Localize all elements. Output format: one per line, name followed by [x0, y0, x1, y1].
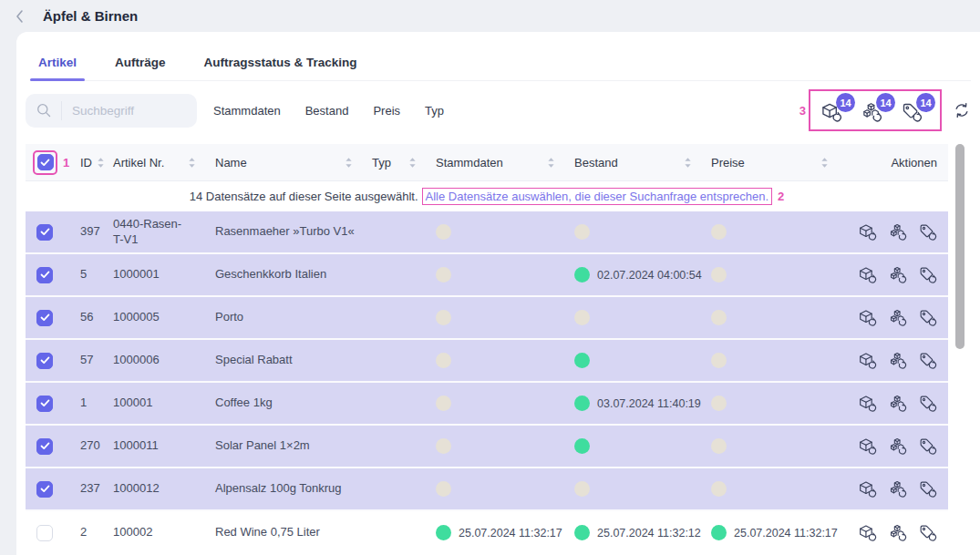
row-action-cube-sync[interactable]: [859, 266, 877, 284]
cell-bestand: 03.07.2024 11:40:19: [567, 396, 704, 411]
sort-icon[interactable]: [187, 156, 197, 170]
cell-id: 57: [73, 349, 106, 372]
row-checkbox[interactable]: [36, 481, 53, 498]
cell-preise: [704, 267, 841, 283]
sync-stammdaten-button[interactable]: 14: [821, 102, 842, 123]
sort-icon[interactable]: [546, 156, 556, 170]
sync-preise-button[interactable]: 14: [902, 102, 923, 123]
column-header-stammdaten[interactable]: Stammdaten: [428, 156, 567, 170]
sort-icon[interactable]: [96, 156, 106, 170]
row-checkbox[interactable]: [36, 438, 53, 455]
cell-stammdaten: [428, 310, 567, 325]
row-checkbox[interactable]: [36, 525, 53, 541]
row-action-cube-sync[interactable]: [859, 309, 877, 327]
cell-id: 2: [73, 521, 106, 544]
cell-stammdaten: [428, 481, 567, 497]
status-dot: [711, 481, 727, 497]
cell-aktionen: [841, 309, 948, 327]
table-row: 56 1000005 Porto: [26, 297, 948, 340]
column-header-typ[interactable]: Typ: [365, 156, 428, 170]
row-checkbox[interactable]: [36, 310, 53, 326]
search-box[interactable]: [26, 94, 197, 128]
cell-preise: [704, 481, 841, 497]
row-action-cubes-sync[interactable]: [889, 309, 907, 327]
row-action-cubes-sync[interactable]: [889, 395, 907, 413]
row-action-cubes-sync[interactable]: [889, 480, 907, 498]
count-badge: 14: [916, 93, 935, 112]
selection-notice-text: 14 Datensätze auf dieser Seite ausgewähl…: [190, 190, 418, 203]
cell-typ: [365, 443, 428, 450]
cell-aktionen: [841, 480, 948, 498]
content-card: ArtikelAufträgeAuftragsstatus & Tracking…: [16, 32, 980, 555]
row-action-tag-sync[interactable]: [919, 266, 937, 284]
sort-icon[interactable]: [344, 156, 354, 170]
cell-preise: [704, 353, 841, 368]
column-header-name[interactable]: Name: [208, 156, 365, 170]
tab-auftragsstatus-tracking[interactable]: Auftragsstatus & Tracking: [196, 54, 366, 80]
cell-artikel-nr: 100001: [106, 392, 208, 415]
select-all-checkbox[interactable]: [37, 154, 54, 170]
count-badge: 14: [836, 93, 855, 112]
scrollbar-thumb[interactable]: [955, 144, 965, 349]
row-action-cubes-sync[interactable]: [889, 266, 907, 284]
row-action-cube-sync[interactable]: [859, 395, 877, 413]
row-checkbox[interactable]: [36, 267, 53, 283]
row-action-tag-sync[interactable]: [919, 437, 937, 456]
row-action-tag-sync[interactable]: [919, 223, 937, 242]
status-timestamp: 02.07.2024 04:00:54: [597, 269, 702, 282]
cell-artikel-nr: 1000001: [106, 263, 208, 286]
row-action-tag-sync[interactable]: [919, 352, 937, 370]
row-action-cubes-sync[interactable]: [889, 223, 907, 242]
column-header-artikel-nr[interactable]: Artikel Nr.: [106, 156, 208, 170]
sort-icon[interactable]: [407, 156, 418, 170]
refresh-button[interactable]: [953, 101, 971, 119]
sort-icon[interactable]: [820, 156, 830, 170]
sync-bestand-button[interactable]: 14: [861, 102, 882, 123]
chevron-left-icon: [15, 9, 24, 24]
column-header-id[interactable]: ID: [73, 156, 106, 170]
row-action-cube-sync[interactable]: [859, 223, 877, 242]
select-all-matching-link[interactable]: Alle Datensätze auswählen, die dieser Su…: [422, 188, 773, 205]
cell-id: 56: [73, 306, 106, 329]
cell-stammdaten: [428, 267, 567, 283]
row-action-cubes-sync[interactable]: [889, 524, 907, 542]
status-dot: [711, 310, 727, 325]
row-checkbox[interactable]: [36, 224, 53, 241]
row-action-cubes-sync[interactable]: [889, 437, 907, 456]
status-dot: [711, 525, 727, 540]
cell-artikel-nr: 1000006: [106, 349, 208, 372]
annotation-1: 1: [63, 156, 69, 170]
sort-icon[interactable]: [683, 156, 693, 170]
row-action-cube-sync[interactable]: [859, 480, 877, 498]
row-checkbox[interactable]: [36, 396, 53, 412]
cell-id: 397: [73, 221, 106, 243]
row-action-cube-sync[interactable]: [859, 437, 877, 456]
tab-artikel[interactable]: Artikel: [30, 54, 85, 80]
back-button[interactable]: [9, 6, 29, 26]
row-action-cube-sync[interactable]: [859, 524, 877, 542]
cell-artikel-nr: 1000005: [106, 306, 208, 329]
cell-name: Red Wine 0,75 Liter: [208, 521, 365, 544]
column-header-preise[interactable]: Preise: [704, 156, 841, 170]
row-action-tag-sync[interactable]: [919, 524, 937, 542]
column-header-bestand[interactable]: Bestand: [567, 156, 704, 170]
filter-bestand[interactable]: Bestand: [305, 104, 349, 118]
filter-stammdaten[interactable]: Stammdaten: [213, 104, 281, 118]
check-icon: [40, 159, 50, 167]
status-dot: [436, 481, 451, 497]
row-action-tag-sync[interactable]: [919, 480, 937, 498]
filter-preis[interactable]: Preis: [373, 104, 400, 118]
cell-preise: [704, 438, 841, 454]
row-action-cubes-sync[interactable]: [889, 352, 907, 370]
tabs: ArtikelAufträgeAuftragsstatus & Tracking: [30, 54, 971, 81]
vertical-scrollbar[interactable]: [955, 144, 965, 555]
row-action-cube-sync[interactable]: [859, 352, 877, 370]
filter-typ[interactable]: Typ: [425, 104, 444, 118]
tab-aufträge[interactable]: Aufträge: [107, 54, 174, 80]
annotation-3: 3: [799, 104, 806, 118]
cell-typ: [365, 314, 428, 322]
row-checkbox[interactable]: [36, 353, 53, 369]
row-action-tag-sync[interactable]: [919, 395, 937, 413]
row-action-tag-sync[interactable]: [919, 309, 937, 327]
search-input[interactable]: [62, 104, 190, 118]
